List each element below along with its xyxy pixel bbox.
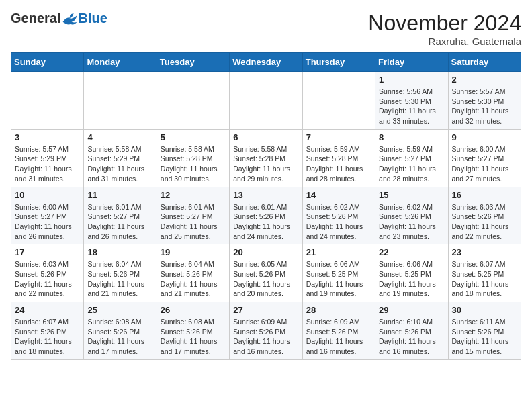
day-number: 3 — [15, 132, 80, 142]
month-title: November 2024 — [368, 11, 521, 36]
calendar-cell: 18Sunrise: 6:04 AM Sunset: 5:26 PM Dayli… — [84, 244, 157, 302]
calendar-cell: 21Sunrise: 6:06 AM Sunset: 5:25 PM Dayli… — [302, 244, 375, 302]
calendar-week-row: 24Sunrise: 6:07 AM Sunset: 5:26 PM Dayli… — [11, 302, 521, 360]
day-info: Sunrise: 6:00 AM Sunset: 5:27 PM Dayligh… — [452, 144, 517, 184]
weekday-header-monday: Monday — [84, 53, 157, 72]
calendar-cell: 23Sunrise: 6:07 AM Sunset: 5:25 PM Dayli… — [448, 244, 521, 302]
day-info: Sunrise: 6:02 AM Sunset: 5:26 PM Dayligh… — [306, 202, 371, 242]
day-info: Sunrise: 5:58 AM Sunset: 5:28 PM Dayligh… — [233, 144, 298, 184]
day-info: Sunrise: 6:04 AM Sunset: 5:26 PM Dayligh… — [87, 259, 152, 299]
calendar-cell: 8Sunrise: 5:59 AM Sunset: 5:27 PM Daylig… — [375, 129, 448, 187]
calendar-cell: 13Sunrise: 6:01 AM Sunset: 5:26 PM Dayli… — [230, 187, 302, 244]
page-header: General Blue November 2024 Raxruha, Guat… — [11, 11, 521, 47]
calendar-cell — [302, 72, 375, 130]
calendar-cell: 3Sunrise: 5:57 AM Sunset: 5:29 PM Daylig… — [11, 129, 84, 187]
day-number: 5 — [161, 132, 226, 142]
day-info: Sunrise: 6:06 AM Sunset: 5:25 PM Dayligh… — [379, 259, 444, 299]
calendar-cell — [84, 72, 157, 130]
day-number: 2 — [452, 75, 517, 85]
calendar-cell: 25Sunrise: 6:08 AM Sunset: 5:26 PM Dayli… — [84, 302, 157, 360]
calendar-cell — [11, 72, 84, 130]
day-info: Sunrise: 6:07 AM Sunset: 5:26 PM Dayligh… — [15, 317, 80, 357]
day-number: 13 — [233, 190, 298, 200]
weekday-header-saturday: Saturday — [448, 53, 521, 72]
calendar-cell: 9Sunrise: 6:00 AM Sunset: 5:27 PM Daylig… — [448, 129, 521, 187]
weekday-header-wednesday: Wednesday — [230, 53, 302, 72]
day-info: Sunrise: 5:58 AM Sunset: 5:29 PM Dayligh… — [87, 144, 152, 184]
day-info: Sunrise: 6:11 AM Sunset: 5:26 PM Dayligh… — [452, 317, 517, 357]
calendar-cell: 7Sunrise: 5:59 AM Sunset: 5:28 PM Daylig… — [302, 129, 375, 187]
day-number: 17 — [15, 247, 80, 257]
day-info: Sunrise: 5:57 AM Sunset: 5:30 PM Dayligh… — [452, 87, 517, 126]
calendar-cell: 29Sunrise: 6:10 AM Sunset: 5:26 PM Dayli… — [375, 302, 448, 360]
day-info: Sunrise: 6:08 AM Sunset: 5:26 PM Dayligh… — [87, 317, 152, 357]
day-number: 25 — [87, 305, 152, 315]
weekday-header-friday: Friday — [375, 53, 448, 72]
calendar-cell: 11Sunrise: 6:01 AM Sunset: 5:27 PM Dayli… — [84, 187, 157, 244]
calendar-week-row: 10Sunrise: 6:00 AM Sunset: 5:27 PM Dayli… — [11, 187, 521, 244]
day-number: 15 — [379, 190, 444, 200]
calendar-cell — [157, 72, 229, 130]
calendar-week-row: 3Sunrise: 5:57 AM Sunset: 5:29 PM Daylig… — [11, 129, 521, 187]
logo-bird-icon — [62, 12, 78, 26]
calendar-cell: 17Sunrise: 6:03 AM Sunset: 5:26 PM Dayli… — [11, 244, 84, 302]
day-info: Sunrise: 6:01 AM Sunset: 5:26 PM Dayligh… — [233, 202, 298, 242]
day-number: 1 — [379, 75, 444, 85]
calendar-cell: 14Sunrise: 6:02 AM Sunset: 5:26 PM Dayli… — [302, 187, 375, 244]
calendar-table: SundayMondayTuesdayWednesdayThursdayFrid… — [11, 52, 521, 360]
day-info: Sunrise: 6:06 AM Sunset: 5:25 PM Dayligh… — [306, 259, 371, 299]
day-number: 28 — [306, 305, 371, 315]
calendar-cell: 12Sunrise: 6:01 AM Sunset: 5:27 PM Dayli… — [157, 187, 229, 244]
day-number: 27 — [233, 305, 298, 315]
day-info: Sunrise: 6:09 AM Sunset: 5:26 PM Dayligh… — [306, 317, 371, 357]
calendar-cell: 2Sunrise: 5:57 AM Sunset: 5:30 PM Daylig… — [448, 72, 521, 130]
day-number: 18 — [87, 247, 152, 257]
day-info: Sunrise: 6:01 AM Sunset: 5:27 PM Dayligh… — [161, 202, 226, 242]
day-info: Sunrise: 6:05 AM Sunset: 5:26 PM Dayligh… — [233, 259, 298, 299]
day-info: Sunrise: 6:04 AM Sunset: 5:26 PM Dayligh… — [161, 259, 226, 299]
calendar-cell: 16Sunrise: 6:03 AM Sunset: 5:26 PM Dayli… — [448, 187, 521, 244]
day-number: 4 — [87, 132, 152, 142]
day-info: Sunrise: 6:02 AM Sunset: 5:26 PM Dayligh… — [379, 202, 444, 242]
calendar-cell: 28Sunrise: 6:09 AM Sunset: 5:26 PM Dayli… — [302, 302, 375, 360]
calendar-cell: 5Sunrise: 5:58 AM Sunset: 5:28 PM Daylig… — [157, 129, 229, 187]
day-number: 16 — [452, 190, 517, 200]
calendar-week-row: 1Sunrise: 5:56 AM Sunset: 5:30 PM Daylig… — [11, 72, 521, 130]
day-number: 12 — [161, 190, 226, 200]
day-number: 22 — [379, 247, 444, 257]
weekday-header-tuesday: Tuesday — [157, 53, 229, 72]
location-subtitle: Raxruha, Guatemala — [368, 36, 521, 47]
day-info: Sunrise: 5:58 AM Sunset: 5:28 PM Dayligh… — [161, 144, 226, 184]
day-number: 6 — [233, 132, 298, 142]
day-number: 10 — [15, 190, 80, 200]
calendar-cell: 15Sunrise: 6:02 AM Sunset: 5:26 PM Dayli… — [375, 187, 448, 244]
day-info: Sunrise: 6:09 AM Sunset: 5:26 PM Dayligh… — [233, 317, 298, 357]
calendar-cell: 4Sunrise: 5:58 AM Sunset: 5:29 PM Daylig… — [84, 129, 157, 187]
calendar-cell: 27Sunrise: 6:09 AM Sunset: 5:26 PM Dayli… — [230, 302, 302, 360]
title-section: November 2024 Raxruha, Guatemala — [368, 11, 521, 47]
calendar-cell: 10Sunrise: 6:00 AM Sunset: 5:27 PM Dayli… — [11, 187, 84, 244]
weekday-header-thursday: Thursday — [302, 53, 375, 72]
day-number: 23 — [452, 247, 517, 257]
day-number: 20 — [233, 247, 298, 257]
day-info: Sunrise: 6:07 AM Sunset: 5:25 PM Dayligh… — [452, 259, 517, 299]
logo-blue-text: Blue — [78, 11, 107, 26]
day-number: 11 — [87, 190, 152, 200]
calendar-cell: 24Sunrise: 6:07 AM Sunset: 5:26 PM Dayli… — [11, 302, 84, 360]
day-number: 29 — [379, 305, 444, 315]
day-number: 26 — [161, 305, 226, 315]
day-info: Sunrise: 6:03 AM Sunset: 5:26 PM Dayligh… — [15, 259, 80, 299]
day-info: Sunrise: 5:56 AM Sunset: 5:30 PM Dayligh… — [379, 87, 444, 126]
day-number: 14 — [306, 190, 371, 200]
calendar-week-row: 17Sunrise: 6:03 AM Sunset: 5:26 PM Dayli… — [11, 244, 521, 302]
day-number: 7 — [306, 132, 371, 142]
calendar-cell: 19Sunrise: 6:04 AM Sunset: 5:26 PM Dayli… — [157, 244, 229, 302]
day-number: 30 — [452, 305, 517, 315]
day-info: Sunrise: 5:57 AM Sunset: 5:29 PM Dayligh… — [15, 144, 80, 184]
calendar-cell: 20Sunrise: 6:05 AM Sunset: 5:26 PM Dayli… — [230, 244, 302, 302]
calendar-header-row: SundayMondayTuesdayWednesdayThursdayFrid… — [11, 53, 521, 72]
day-number: 24 — [15, 305, 80, 315]
calendar-cell: 22Sunrise: 6:06 AM Sunset: 5:25 PM Dayli… — [375, 244, 448, 302]
calendar-cell: 26Sunrise: 6:08 AM Sunset: 5:26 PM Dayli… — [157, 302, 229, 360]
calendar-cell: 30Sunrise: 6:11 AM Sunset: 5:26 PM Dayli… — [448, 302, 521, 360]
